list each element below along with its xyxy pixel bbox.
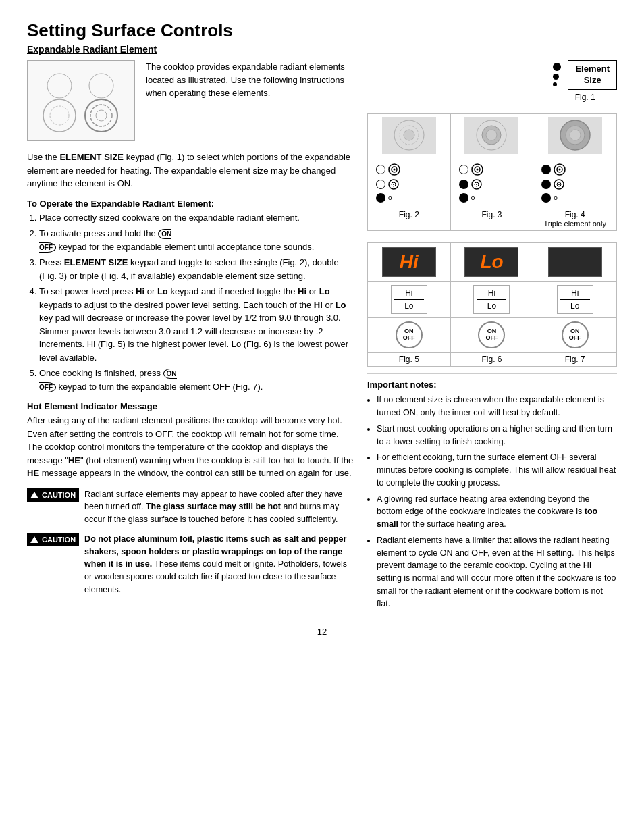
fig-7-onoff: ON OFF [533,318,616,352]
caution-1: CAUTION Radiant surface elements may app… [27,488,354,526]
fig-6-onoff: ON OFF [451,318,534,352]
caution-badge-1: CAUTION [27,488,79,502]
element-dots [553,63,561,86]
lo-label-7: Lo [560,301,590,311]
fig-5-display-cell: Hi [368,243,451,281]
svg-point-21 [394,168,396,170]
fig-2-indicators: o [368,159,451,207]
important-notes: Important notes: If no element size is c… [367,378,617,610]
operate-heading: To Operate the Expandable Radiant Elemen… [27,199,354,209]
fig3-target-2 [471,179,482,190]
important-notes-heading: Important notes: [367,378,617,392]
svg-point-27 [476,168,478,170]
hot-element-text: After using any of the radiant element p… [27,414,354,480]
section-heading: Expandable Radiant Element [27,44,617,55]
fig3-outer-circle [459,165,468,174]
fig-5-onoff: ON OFF [368,318,451,352]
note-3: For efficient cooking, turn the surface … [377,451,617,489]
body-text-1: Use the ELEMENT SIZE keypad (Fig. 1) to … [27,151,354,190]
step-3: Press ELEMENT SIZE keypad and toggle to … [39,256,354,282]
fig-3-thumb [451,114,534,159]
note-1: If no element size is chosen when the ex… [377,394,617,419]
lo-display: Lo [464,247,518,277]
fig-2-label: Fig. 2 [368,207,451,230]
svg-point-0 [47,74,72,98]
fig-6-display-cell: Lo [451,243,534,281]
fig-7-display-cell [533,243,616,281]
fig4-filled-circle-2 [541,180,551,189]
fig-5-hilo: Hi Lo [368,282,451,317]
fig-4-label: Fig. 4 Triple element only [533,207,616,230]
intro-text: The cooktop provides expandable radiant … [146,60,354,141]
note-5: Radiant elements have a limiter that all… [377,534,617,610]
svg-point-30 [476,184,477,185]
hi-label-6: Hi [477,288,506,298]
svg-point-24 [393,184,394,185]
fig-7-label: Fig. 7 [533,353,616,366]
svg-point-4 [85,99,117,132]
fig-7-hilo: Hi Lo [533,282,616,317]
fig2-outer-circle-2 [376,180,385,189]
svg-point-36 [558,184,560,185]
dot-small [553,82,557,86]
note-4: A glowing red surface heating area exten… [377,493,617,531]
fig2-target-2 [388,179,399,190]
fig4-filled-circle-3 [541,193,551,203]
step-2: To activate press and hold the ONOFF key… [39,227,354,253]
fig2-target-1 [388,163,400,176]
caution-2-text: Do not place aluminum foil, plastic item… [84,533,354,596]
lo-label-6: Lo [477,301,506,311]
fig3-target-1 [471,163,483,176]
fig2-filled-circle [376,193,385,203]
page-title: Setting Surface Controls [27,20,617,41]
steps-list: Place correctly sized cookware on the ex… [27,211,354,394]
svg-point-10 [404,130,414,140]
step-4: To set power level press Hi or Lo keypad… [39,285,354,364]
caution-badge-2: CAUTION [27,533,79,547]
fig-6-hilo: Hi Lo [451,282,534,317]
step-1: Place correctly sized cookware on the ex… [39,211,354,225]
fig-1-label: Fig. 1 [575,93,595,102]
note-2: Start most cooking operations on a highe… [377,423,617,448]
fig4-target-2 [554,179,564,190]
fig3-filled-circle [459,180,468,189]
blank-display [548,247,602,277]
fig-4-indicators: o [533,159,616,207]
on-off-btn-6[interactable]: ON OFF [478,321,505,348]
svg-point-2 [43,99,76,132]
important-notes-list: If no element size is chosen when the ex… [367,394,617,610]
on-off-btn-7[interactable]: ON OFF [562,321,589,348]
on-off-btn-5[interactable]: ON OFF [396,321,423,348]
svg-point-5 [90,105,112,126]
fig-3-indicators: o [451,159,534,207]
left-column: The cooktop provides expandable radiant … [27,60,354,613]
step-5: Once cooking is finished, press ONOFF ke… [39,367,354,393]
right-column: Element Size Fig. 1 [367,60,617,613]
cooktop-diagram [27,60,135,141]
hi-label-5: Hi [394,288,424,298]
svg-point-3 [50,106,69,125]
fig-6-label: Fig. 6 [451,353,534,366]
hi-display: Hi [382,247,436,277]
element-size-panel: Element Size [553,60,617,90]
fig-5-label: Fig. 5 [368,353,451,366]
fig4-filled-circle [541,165,551,174]
svg-point-14 [486,130,497,140]
hi-label-7: Hi [560,288,590,298]
svg-point-33 [559,168,561,170]
dot-med [553,74,559,80]
fig-2-thumb [368,114,451,159]
caution-1-text: Radiant surface elements may appear to h… [84,488,354,526]
fig4-target-1 [554,163,566,176]
upper-figs-section: o [367,113,617,231]
fig-3-label: Fig. 3 [451,207,534,230]
svg-point-6 [96,110,107,121]
displays-section: Hi Lo Hi Lo [367,242,617,367]
element-size-box: Element Size [568,60,617,90]
svg-point-18 [570,130,581,140]
dot-large [553,63,561,71]
fig3-filled-circle-2 [459,193,468,203]
hot-element-heading: Hot Element Indicator Message [27,401,354,411]
fig2-outer-circle [376,165,385,174]
caution-2: CAUTION Do not place aluminum foil, plas… [27,533,354,596]
